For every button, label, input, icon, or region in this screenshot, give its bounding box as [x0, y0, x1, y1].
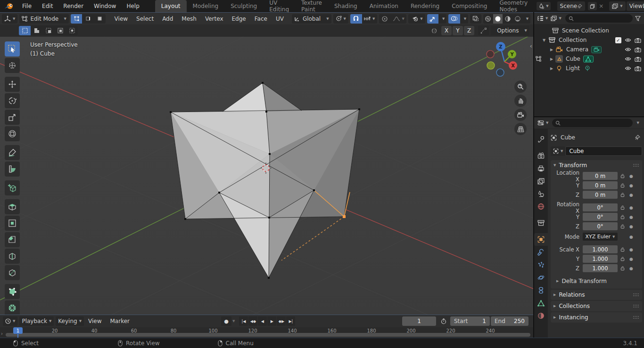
tab-uv-editing[interactable]: UV Editing	[263, 0, 295, 12]
playhead[interactable]: 1	[13, 327, 23, 334]
grip-icon[interactable]	[633, 304, 639, 308]
tab-modifiers[interactable]	[534, 246, 548, 259]
tool-rotate[interactable]	[5, 93, 20, 108]
face-select-button[interactable]	[94, 14, 106, 24]
object-id-icon-dropdown[interactable]: ▼	[551, 146, 565, 156]
zoom-button[interactable]: +	[514, 81, 527, 93]
animate-dot[interactable]: ●	[627, 183, 636, 188]
tool-bevel[interactable]	[5, 232, 20, 247]
mode-dropdown[interactable]: Edit Mode ▼	[19, 14, 69, 24]
tab-scene[interactable]	[534, 187, 548, 200]
shading-material-button[interactable]	[503, 14, 512, 24]
tab-render[interactable]	[534, 149, 548, 162]
scene-unlink-button[interactable]: ×	[597, 3, 605, 9]
lock-icon[interactable]	[620, 205, 625, 210]
tool-inset-faces[interactable]	[5, 216, 20, 231]
tab-texture-paint[interactable]: Texture Paint	[295, 0, 328, 12]
lock-icon[interactable]	[620, 214, 625, 219]
outliner-display-mode-button[interactable]: ▼	[549, 16, 562, 21]
tool-poly-build[interactable]	[5, 284, 20, 299]
prev-keyframe-button[interactable]: ◀◆	[248, 316, 257, 326]
shading-wireframe-button[interactable]	[483, 14, 493, 24]
animate-dot[interactable]: ●	[627, 205, 636, 210]
select-mode-intersect-button[interactable]	[66, 26, 78, 35]
animate-dot[interactable]: ●	[627, 235, 636, 239]
animate-dot[interactable]: ●	[627, 257, 636, 261]
editor-type-button[interactable]: ▼	[2, 14, 17, 24]
tool-scale[interactable]	[5, 110, 20, 125]
menu-view[interactable]: View	[110, 16, 132, 22]
tool-move[interactable]	[5, 77, 20, 92]
properties-options-dropdown[interactable]: ▼	[637, 121, 639, 125]
outliner-row-scene-collection[interactable]: Scene Collection	[534, 26, 644, 35]
playback-menu[interactable]: Playback▼	[19, 316, 54, 326]
collection-checkbox[interactable]: ✓	[615, 37, 621, 43]
filter-icon[interactable]	[635, 16, 641, 21]
animate-dot[interactable]: ●	[627, 224, 636, 229]
tab-tool[interactable]	[534, 133, 548, 146]
timeline-view-menu[interactable]: View	[84, 318, 106, 324]
stopwatch-icon[interactable]	[441, 318, 446, 324]
instancing-panel[interactable]: ▶Instancing	[551, 312, 642, 323]
expand-icon[interactable]: ▶	[548, 48, 555, 52]
menu-vertex[interactable]: Vertex	[201, 16, 228, 22]
tab-constraints[interactable]	[534, 284, 548, 297]
edge-select-button[interactable]	[82, 14, 94, 24]
camera-data-badge[interactable]	[591, 46, 602, 53]
scale-x-field[interactable]: 1.000	[583, 245, 618, 253]
render-camera-icon[interactable]	[635, 57, 641, 62]
outliner-row-camera[interactable]: ▶ Camera	[534, 45, 644, 54]
mesh-object[interactable]	[170, 82, 360, 279]
play-reverse-button[interactable]: ◀	[258, 316, 267, 326]
jump-to-end-button[interactable]: ▶|	[286, 316, 295, 326]
menu-help[interactable]: Help	[121, 3, 144, 9]
outliner-row-cube[interactable]: ▶ Cube	[534, 54, 644, 64]
proportional-falloff-dropdown[interactable]: ▼	[390, 14, 406, 24]
add-workspace-button[interactable]: ▼	[537, 2, 550, 10]
timeline-scrollbar[interactable]	[6, 333, 530, 337]
xray-toggle[interactable]	[470, 14, 481, 24]
lock-icon[interactable]	[620, 192, 625, 197]
tab-collection[interactable]	[534, 217, 548, 229]
jump-to-start-button[interactable]: |◀	[239, 316, 248, 326]
pan-button[interactable]	[514, 95, 527, 107]
animate-dot[interactable]: ●	[627, 174, 636, 178]
lock-icon[interactable]	[620, 266, 625, 271]
properties-search-input[interactable]	[552, 119, 632, 127]
relations-panel[interactable]: ▶Relations	[551, 290, 642, 300]
timeline-expand-icon[interactable]: ›	[1, 331, 3, 336]
rotation-z-field[interactable]: 0°	[583, 222, 618, 230]
snap-settings-dropdown[interactable]: ▼	[362, 14, 377, 24]
show-overlays-toggle[interactable]	[448, 14, 460, 24]
tool-annotate[interactable]	[5, 145, 20, 160]
menu-window[interactable]: Window	[89, 3, 121, 9]
lock-icon[interactable]	[620, 247, 625, 252]
tab-geometry-nodes[interactable]: Geometry Nodes	[493, 0, 534, 12]
hide-eye-icon[interactable]	[625, 38, 631, 42]
next-keyframe-button[interactable]: ◆▶	[277, 316, 286, 326]
lock-icon[interactable]	[620, 256, 625, 261]
tab-object-data[interactable]	[534, 297, 548, 309]
shading-rendered-button[interactable]	[512, 14, 522, 24]
timeline-editor-type-button[interactable]: ▼	[3, 316, 17, 326]
blender-logo-icon[interactable]	[4, 2, 14, 10]
mirror-z-button[interactable]: Z	[464, 26, 474, 35]
tool-spin[interactable]	[5, 300, 20, 315]
outliner-search-input[interactable]	[565, 14, 633, 23]
delta-transform-subpanel[interactable]: ▶ Delta Transform	[552, 276, 641, 286]
tab-compositing[interactable]: Compositing	[446, 0, 493, 12]
viewlayer-icon-dropdown[interactable]: ▼	[609, 1, 625, 11]
select-mode-subtract-button[interactable]	[42, 26, 54, 35]
lock-icon[interactable]	[620, 183, 625, 188]
rotation-x-field[interactable]: 0°	[583, 203, 618, 211]
mirror-x-button[interactable]: X	[441, 26, 452, 35]
tab-modeling[interactable]: Modeling	[187, 0, 225, 12]
tool-knife[interactable]	[5, 265, 20, 280]
menu-add[interactable]: Add	[158, 16, 177, 22]
menu-edit[interactable]: Edit	[37, 3, 58, 9]
scene-new-button[interactable]	[588, 2, 597, 10]
chevron-down-icon[interactable]: ▼	[232, 319, 235, 323]
grip-icon[interactable]	[633, 316, 639, 319]
tool-select-box[interactable]	[5, 41, 20, 57]
render-camera-icon[interactable]	[635, 38, 641, 43]
